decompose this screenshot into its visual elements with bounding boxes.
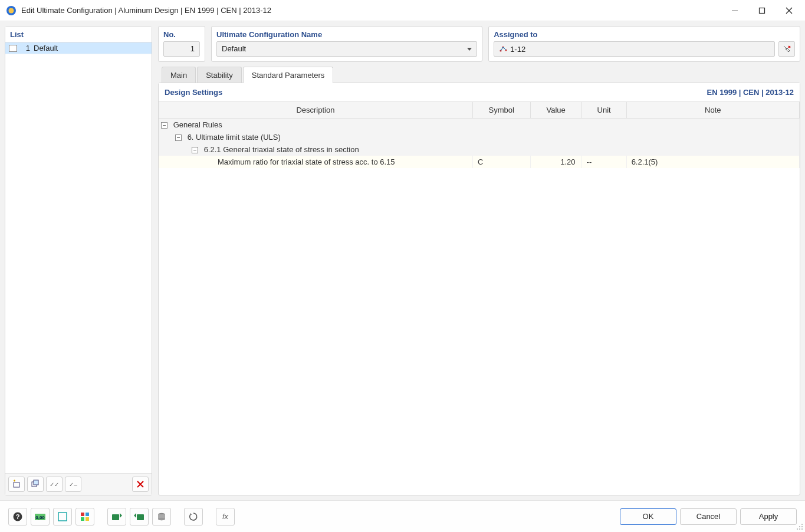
- no-label: No.: [159, 27, 205, 41]
- row-description: Maximum ratio for triaxial state of stre…: [218, 157, 395, 166]
- assigned-value: 1-12: [510, 45, 525, 54]
- colors-button[interactable]: [75, 508, 94, 526]
- tab-main[interactable]: Main: [162, 67, 196, 83]
- name-field-box: Ultimate Configuration Name Default: [211, 26, 482, 62]
- list-pane: List 1 Default ✓✓ ✓‒: [5, 26, 152, 495]
- row-symbol: C: [472, 156, 530, 168]
- ok-button[interactable]: OK: [620, 508, 676, 525]
- assigned-field-box: Assigned to 1-12: [488, 26, 800, 62]
- svg-rect-15: [58, 513, 67, 521]
- svg-rect-7: [34, 480, 38, 485]
- delete-item-button[interactable]: [132, 477, 149, 492]
- assigned-label: Assigned to: [489, 27, 800, 41]
- assigned-input[interactable]: 1-12: [494, 41, 775, 57]
- col-symbol[interactable]: Symbol: [472, 102, 530, 119]
- no-input[interactable]: 1: [163, 41, 200, 57]
- list-item-swatch: [9, 45, 17, 52]
- section-standard: EN 1999 | CEN | 2013-12: [707, 88, 794, 97]
- svg-point-27: [797, 528, 798, 530]
- pick-members-button[interactable]: [778, 41, 795, 57]
- members-icon: [499, 45, 507, 52]
- svg-point-28: [799, 528, 800, 530]
- list-item-number: 1: [21, 44, 30, 52]
- svg-rect-3: [732, 11, 738, 11]
- view-button[interactable]: [53, 508, 72, 526]
- svg-rect-20: [112, 514, 119, 520]
- import-button[interactable]: [107, 508, 126, 526]
- list-item[interactable]: 1 Default: [5, 42, 152, 54]
- formula-button[interactable]: fx: [216, 508, 235, 526]
- svg-rect-17: [86, 513, 89, 516]
- tree-node[interactable]: 6. Ultimate limit state (ULS): [159, 131, 800, 143]
- titlebar: Edit Ultimate Configuration | Aluminum D…: [0, 0, 805, 21]
- col-description[interactable]: Description: [159, 102, 472, 119]
- units-button[interactable]: 0,00: [31, 508, 50, 526]
- row-unit: --: [581, 156, 626, 168]
- svg-rect-4: [760, 8, 765, 13]
- svg-point-23: [158, 517, 165, 520]
- collapse-icon[interactable]: [192, 147, 198, 153]
- svg-point-1: [9, 8, 14, 13]
- collapse-icon[interactable]: [161, 122, 167, 129]
- svg-text:0,00: 0,00: [35, 515, 45, 520]
- tabs: Main Stability Standard Parameters: [158, 67, 800, 83]
- row-note: 6.2.1(5): [626, 156, 799, 168]
- tree-label: 6.2.1 General triaxial state of stress i…: [204, 145, 359, 154]
- section-bar: Design Settings EN 1999 | CEN | 2013-12: [159, 83, 800, 102]
- svg-rect-19: [86, 517, 89, 521]
- svg-rect-5: [14, 482, 19, 487]
- table-row[interactable]: Maximum ratio for triaxial state of stre…: [159, 156, 800, 168]
- tree-node[interactable]: 6.2.1 General triaxial state of stress i…: [159, 143, 800, 156]
- bottom-bar: ? 0,00 fx OK Cancel Apply: [0, 500, 805, 532]
- cancel-button[interactable]: Cancel: [680, 508, 737, 525]
- parameters-table: Description Symbol Value Unit Note Gener…: [159, 102, 800, 168]
- list-item-name: Default: [34, 44, 148, 52]
- name-combo[interactable]: Default: [216, 41, 477, 57]
- tab-standard-parameters[interactable]: Standard Parameters: [243, 67, 334, 83]
- reset-button[interactable]: [184, 508, 203, 526]
- resize-grip[interactable]: [795, 522, 803, 530]
- tree-label: 6. Ultimate limit state (ULS): [188, 133, 281, 142]
- list-toolbar: ✓✓ ✓‒: [5, 473, 152, 495]
- uncheck-all-button[interactable]: ✓‒: [65, 477, 81, 492]
- svg-rect-21: [137, 514, 144, 520]
- svg-point-29: [801, 528, 803, 530]
- help-button[interactable]: ?: [8, 508, 27, 526]
- right-pane: No. 1 Ultimate Configuration Name Defaul…: [158, 26, 800, 495]
- col-value[interactable]: Value: [530, 102, 581, 119]
- tab-stability[interactable]: Stability: [197, 67, 242, 83]
- section-title: Design Settings: [165, 88, 222, 97]
- new-item-button[interactable]: [8, 477, 25, 492]
- svg-point-25: [799, 526, 800, 527]
- window-title: Edit Ultimate Configuration | Aluminum D…: [21, 6, 721, 15]
- svg-point-24: [801, 524, 803, 525]
- svg-point-26: [801, 526, 803, 527]
- close-button[interactable]: [776, 0, 803, 21]
- list-body[interactable]: 1 Default: [5, 42, 152, 473]
- tab-body: Design Settings EN 1999 | CEN | 2013-12 …: [158, 83, 800, 495]
- row-value[interactable]: 1.20: [530, 156, 581, 168]
- app-icon: [6, 5, 17, 16]
- svg-rect-18: [81, 517, 84, 521]
- check-all-button[interactable]: ✓✓: [46, 477, 63, 492]
- col-note[interactable]: Note: [626, 102, 799, 119]
- database-button[interactable]: [152, 508, 171, 526]
- export-button[interactable]: [130, 508, 149, 526]
- list-header: List: [5, 27, 152, 42]
- window-controls: [721, 0, 803, 21]
- svg-text:?: ?: [16, 513, 20, 520]
- name-label: Ultimate Configuration Name: [212, 27, 482, 41]
- svg-rect-16: [81, 513, 84, 516]
- col-unit[interactable]: Unit: [581, 102, 626, 119]
- name-value: Default: [222, 44, 246, 53]
- minimize-button[interactable]: [721, 0, 748, 21]
- maximize-button[interactable]: [748, 0, 776, 21]
- apply-button[interactable]: Apply: [740, 508, 797, 525]
- no-field-box: No. 1: [158, 26, 205, 62]
- copy-item-button[interactable]: [27, 477, 44, 492]
- tree-node[interactable]: General Rules: [159, 119, 800, 132]
- svg-rect-2: [11, 6, 12, 8]
- tree-label: General Rules: [173, 120, 222, 129]
- collapse-icon[interactable]: [175, 134, 182, 141]
